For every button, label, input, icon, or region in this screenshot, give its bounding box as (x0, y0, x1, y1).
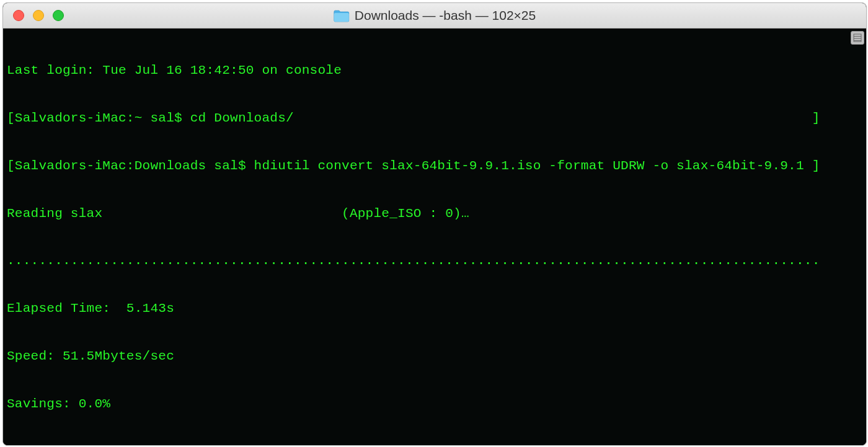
minimize-icon[interactable] (33, 10, 44, 21)
terminal-line: Savings: 0.0% (7, 396, 864, 412)
terminal-line: ........................................… (7, 253, 864, 269)
terminal-line: [Salvadors-iMac:Downloads sal$ hdiutil c… (7, 158, 864, 174)
scroll-indicator[interactable] (851, 31, 864, 45)
terminal-window: Downloads — -bash — 102×25 Last login: T… (2, 2, 867, 446)
terminal-line: Last login: Tue Jul 16 18:42:50 on conso… (7, 63, 864, 79)
titlebar[interactable]: Downloads — -bash — 102×25 (3, 3, 866, 29)
window-controls (13, 10, 64, 21)
terminal-line: Reading slax (Apple_ISO : 0)… (7, 206, 864, 222)
terminal-line: [Salvadors-iMac:~ sal$ cd Downloads/ ] (7, 110, 864, 126)
close-icon[interactable] (13, 10, 24, 21)
window-title-text: Downloads — -bash — 102×25 (355, 8, 536, 23)
zoom-icon[interactable] (53, 10, 64, 21)
window-title: Downloads — -bash — 102×25 (334, 8, 536, 23)
terminal-viewport[interactable]: Last login: Tue Jul 16 18:42:50 on conso… (3, 29, 866, 445)
svg-rect-0 (334, 13, 349, 22)
terminal-line: Speed: 51.5Mbytes/sec (7, 348, 864, 365)
folder-icon (334, 9, 350, 22)
terminal-line: created: /Volumes/HDD/Users/sal/Download… (7, 443, 864, 445)
terminal-line: Elapsed Time: 5.143s (7, 301, 864, 317)
